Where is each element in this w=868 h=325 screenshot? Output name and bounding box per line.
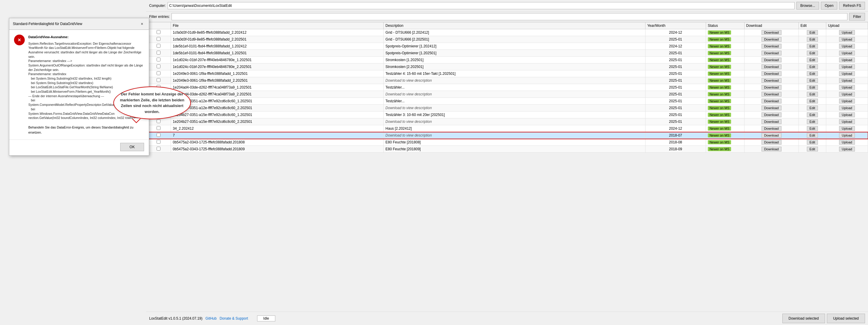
row-edit-cell: Edit [799,77,826,84]
row-checkbox[interactable] [157,64,160,68]
row-checkbox[interactable] [157,71,160,75]
edit-button[interactable]: Edit [807,51,818,56]
table-row[interactable]: 1e204ad4-03de-d262-ffff74ca048f73a9_2.20… [147,91,868,98]
upload-button[interactable]: Upload [839,126,855,131]
download-button[interactable]: Download [762,112,781,117]
edit-button[interactable]: Edit [807,99,818,103]
download-selected-button[interactable]: Download selected [782,314,825,323]
upload-button[interactable]: Upload [839,119,855,124]
upload-button[interactable]: Upload [839,64,855,69]
table-row[interactable]: 1e2049e3-0061-1f9a-fffefc088fafadd_1.202… [147,70,868,77]
download-button[interactable]: Download [762,126,781,131]
table-row[interactable]: 1de5b1ef-0101-fbd4-fffefc088fafadd_1.202… [147,43,868,50]
upload-button[interactable]: Upload [839,147,855,152]
row-checkbox[interactable] [157,147,160,151]
open-button[interactable]: Open [821,2,837,9]
download-button[interactable]: Download [762,85,781,90]
edit-button[interactable]: Edit [807,71,818,76]
table-row[interactable]: 1e1d024c-01bf-207e-ffff40eb4846780e_1.20… [147,57,868,64]
upload-button[interactable]: Upload [839,112,855,117]
upload-button[interactable]: Upload [839,140,855,144]
edit-button[interactable]: Edit [807,30,818,35]
edit-button[interactable]: Edit [807,78,818,83]
edit-button[interactable]: Edit [807,105,818,110]
dialog-close-button[interactable]: × [139,21,145,27]
upload-button[interactable]: Upload [839,58,855,62]
edit-button[interactable]: Edit [807,112,818,117]
table-row[interactable]: 1cfa0d3f-01d9-8e85-fffefc088fafadd_2.202… [147,29,868,36]
github-link[interactable]: GitHub [206,316,217,321]
download-button[interactable]: Download [762,71,781,76]
donate-link[interactable]: Donate & Support [220,316,248,321]
row-checkbox[interactable] [157,126,160,130]
upload-button[interactable]: Upload [839,37,855,42]
edit-button[interactable]: Edit [807,92,818,97]
table-row[interactable]: 1e204b27-0351-a15e-ffff7e92cd6c8c60_2.20… [147,118,868,125]
table-row[interactable]: 1cfa0d3f-01d9-8e85-fffefc088fafadd_2.202… [147,36,868,43]
table-row[interactable]: 1e204ad4-03de-d262-ffff74ca048f73a9_1.20… [147,84,868,91]
edit-button[interactable]: Edit [807,140,818,144]
download-button[interactable]: Download [762,140,781,144]
edit-button[interactable]: Edit [807,44,818,48]
edit-button[interactable]: Edit [807,126,818,131]
download-button[interactable]: Download [762,30,781,35]
edit-button[interactable]: Edit [807,133,818,138]
table-row[interactable]: 1e204b27-0351-a12e-ffff7e92cd6c8c60_1.20… [147,98,868,105]
download-button[interactable]: Download [762,133,781,138]
edit-button[interactable]: Edit [807,58,818,62]
table-row[interactable]: 1e204b27-0351-a15e-ffff7e92cd6c8c60_1.20… [147,111,868,118]
edit-button[interactable]: Edit [807,119,818,124]
download-button[interactable]: Download [762,78,781,83]
row-checkbox[interactable] [157,140,160,144]
edit-button[interactable]: Edit [807,147,818,152]
table-row[interactable]: 1e1d024c-01bf-207e-ffff40eb4846780e_2.20… [147,64,868,70]
ok-button[interactable]: OK [120,143,144,151]
browse-button[interactable]: Browse... [797,2,819,9]
table-row[interactable]: 7Download to view description2018-07Newe… [147,132,868,139]
upload-button[interactable]: Upload [839,51,855,56]
dialog-footer: OK [9,139,149,155]
filter-input[interactable] [172,13,847,20]
upload-selected-button[interactable]: Upload selected [827,314,865,323]
upload-button[interactable]: Upload [839,105,855,110]
upload-button[interactable]: Upload [839,78,855,83]
download-button[interactable]: Download [762,92,781,97]
upload-button[interactable]: Upload [839,99,855,103]
row-checkbox[interactable] [157,58,160,61]
table-row[interactable]: 34_2.202412Haus [2.202412]2024-12Newer o… [147,125,868,132]
table-row[interactable]: 1de5b1ef-0101-fbd4-fffefc088fafadd_1.202… [147,50,868,57]
download-button[interactable]: Download [762,147,781,152]
upload-button[interactable]: Upload [839,133,855,138]
edit-button[interactable]: Edit [807,85,818,90]
row-checkbox[interactable] [157,78,160,82]
edit-button[interactable]: Edit [807,37,818,42]
download-button[interactable]: Download [762,51,781,56]
upload-button[interactable]: Upload [839,30,855,35]
computer-path-input[interactable] [167,2,795,9]
download-button[interactable]: Download [762,105,781,110]
upload-button[interactable]: Upload [839,92,855,97]
download-button[interactable]: Download [762,44,781,48]
row-checkbox[interactable] [157,119,160,123]
download-button[interactable]: Download [762,58,781,62]
table-row[interactable]: 0b5475a2-0343-1725-fffefc088fafadd.20180… [147,139,868,146]
table-row[interactable]: 1e204b27-0351-a12e-ffff7e92cd6c8c60_2.20… [147,105,868,111]
download-button[interactable]: Download [762,99,781,103]
filter-button[interactable]: Filter [849,13,865,21]
table-row[interactable]: 0b5475a2-0343-1725-fffefc088fafadd.20180… [147,146,868,153]
row-checkbox[interactable] [157,51,160,55]
upload-button[interactable]: Upload [839,44,855,48]
refresh-button[interactable]: Refresh FS [839,2,865,9]
edit-button[interactable]: Edit [807,64,818,69]
upload-button[interactable]: Upload [839,71,855,76]
upload-button[interactable]: Upload [839,85,855,90]
row-checkbox[interactable] [157,30,160,34]
data-grid-container[interactable]: File Description Year/Month Status Downl… [146,22,868,312]
download-button[interactable]: Download [762,119,781,124]
row-checkbox[interactable] [157,133,160,137]
download-button[interactable]: Download [762,64,781,69]
row-checkbox[interactable] [157,37,160,41]
row-checkbox[interactable] [157,44,160,48]
table-row[interactable]: 1e2049e3-0061-1f9a-fffefc088fafadd_2.202… [147,77,868,84]
download-button[interactable]: Download [762,37,781,42]
